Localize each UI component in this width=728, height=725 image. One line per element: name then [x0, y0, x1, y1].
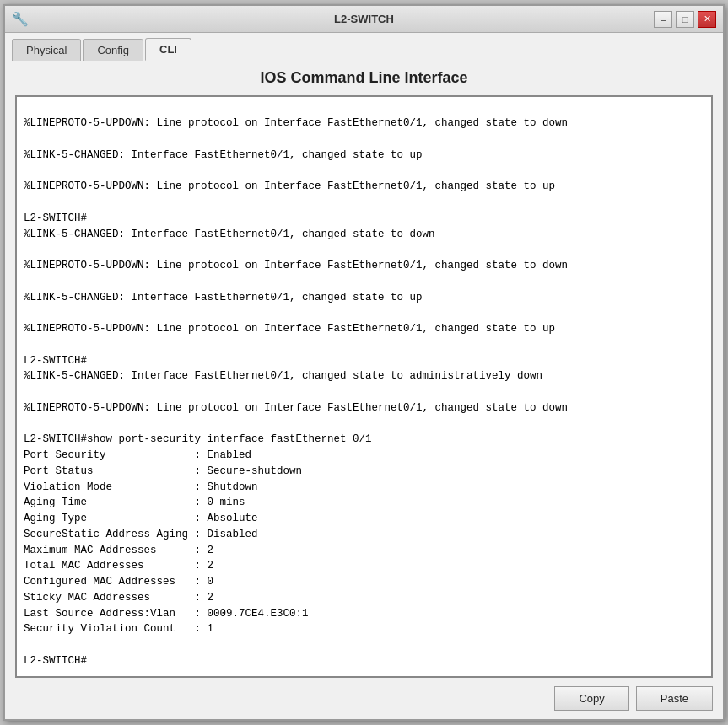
main-window: 🔧 L2-SWITCH – □ ✕ Physical Config CLI IO… — [3, 4, 725, 721]
tab-cli[interactable]: CLI — [145, 38, 191, 61]
minimize-button[interactable]: – — [654, 11, 672, 28]
app-icon: 🔧 — [12, 11, 29, 27]
page-title: IOS Command Line Interface — [5, 61, 723, 95]
title-bar-left: 🔧 — [12, 11, 29, 27]
copy-button[interactable]: Copy — [554, 686, 628, 711]
maximize-button[interactable]: □ — [676, 11, 694, 28]
title-bar: 🔧 L2-SWITCH – □ ✕ — [5, 6, 723, 33]
cli-output[interactable]: Sticky MAC Addresses : 2 Last Source Add… — [15, 95, 713, 678]
title-bar-buttons: – □ ✕ — [654, 11, 716, 28]
window-title: L2-SWITCH — [334, 13, 394, 25]
close-button[interactable]: ✕ — [698, 11, 716, 28]
paste-button[interactable]: Paste — [636, 686, 713, 711]
tabs-row: Physical Config CLI — [5, 33, 723, 61]
tab-physical[interactable]: Physical — [12, 39, 81, 61]
bottom-bar: Copy Paste — [5, 678, 723, 719]
tab-config[interactable]: Config — [83, 39, 143, 61]
